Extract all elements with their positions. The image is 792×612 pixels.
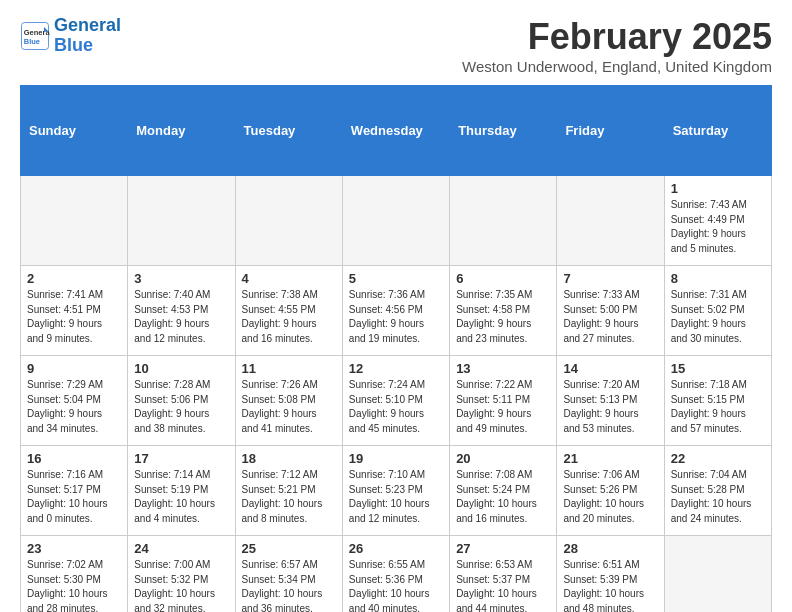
- day-info: Sunrise: 7:41 AM Sunset: 4:51 PM Dayligh…: [27, 288, 121, 346]
- day-number: 11: [242, 361, 336, 376]
- day-info: Sunrise: 6:51 AM Sunset: 5:39 PM Dayligh…: [563, 558, 657, 612]
- day-info: Sunrise: 7:04 AM Sunset: 5:28 PM Dayligh…: [671, 468, 765, 526]
- day-info: Sunrise: 7:38 AM Sunset: 4:55 PM Dayligh…: [242, 288, 336, 346]
- logo-icon: General Blue: [20, 21, 50, 51]
- calendar-cell: [235, 176, 342, 266]
- calendar-cell: 2Sunrise: 7:41 AM Sunset: 4:51 PM Daylig…: [21, 266, 128, 356]
- day-info: Sunrise: 7:20 AM Sunset: 5:13 PM Dayligh…: [563, 378, 657, 436]
- day-info: Sunrise: 7:08 AM Sunset: 5:24 PM Dayligh…: [456, 468, 550, 526]
- day-info: Sunrise: 7:18 AM Sunset: 5:15 PM Dayligh…: [671, 378, 765, 436]
- weekday-header-saturday: Saturday: [664, 86, 771, 176]
- day-number: 1: [671, 181, 765, 196]
- calendar-cell: 26Sunrise: 6:55 AM Sunset: 5:36 PM Dayli…: [342, 536, 449, 613]
- calendar-cell: 1Sunrise: 7:43 AM Sunset: 4:49 PM Daylig…: [664, 176, 771, 266]
- title-block: February 2025 Weston Underwood, England,…: [462, 16, 772, 75]
- weekday-header-thursday: Thursday: [450, 86, 557, 176]
- day-info: Sunrise: 7:24 AM Sunset: 5:10 PM Dayligh…: [349, 378, 443, 436]
- weekday-header-monday: Monday: [128, 86, 235, 176]
- day-info: Sunrise: 7:14 AM Sunset: 5:19 PM Dayligh…: [134, 468, 228, 526]
- weekday-header-friday: Friday: [557, 86, 664, 176]
- logo-wordmark: General Blue: [54, 16, 121, 56]
- calendar-cell: 27Sunrise: 6:53 AM Sunset: 5:37 PM Dayli…: [450, 536, 557, 613]
- day-number: 3: [134, 271, 228, 286]
- day-number: 27: [456, 541, 550, 556]
- day-info: Sunrise: 6:53 AM Sunset: 5:37 PM Dayligh…: [456, 558, 550, 612]
- day-number: 22: [671, 451, 765, 466]
- calendar-cell: 19Sunrise: 7:10 AM Sunset: 5:23 PM Dayli…: [342, 446, 449, 536]
- day-info: Sunrise: 7:00 AM Sunset: 5:32 PM Dayligh…: [134, 558, 228, 612]
- day-number: 13: [456, 361, 550, 376]
- day-number: 2: [27, 271, 121, 286]
- calendar-cell: 21Sunrise: 7:06 AM Sunset: 5:26 PM Dayli…: [557, 446, 664, 536]
- day-number: 28: [563, 541, 657, 556]
- calendar-cell: [21, 176, 128, 266]
- calendar-cell: 5Sunrise: 7:36 AM Sunset: 4:56 PM Daylig…: [342, 266, 449, 356]
- day-number: 6: [456, 271, 550, 286]
- svg-text:General: General: [24, 27, 50, 36]
- day-info: Sunrise: 7:02 AM Sunset: 5:30 PM Dayligh…: [27, 558, 121, 612]
- calendar-cell: 24Sunrise: 7:00 AM Sunset: 5:32 PM Dayli…: [128, 536, 235, 613]
- day-number: 24: [134, 541, 228, 556]
- calendar-cell: 13Sunrise: 7:22 AM Sunset: 5:11 PM Dayli…: [450, 356, 557, 446]
- day-number: 20: [456, 451, 550, 466]
- month-title: February 2025: [462, 16, 772, 58]
- week-row-0: 1Sunrise: 7:43 AM Sunset: 4:49 PM Daylig…: [21, 176, 772, 266]
- day-number: 8: [671, 271, 765, 286]
- day-number: 4: [242, 271, 336, 286]
- location: Weston Underwood, England, United Kingdo…: [462, 58, 772, 75]
- week-row-1: 2Sunrise: 7:41 AM Sunset: 4:51 PM Daylig…: [21, 266, 772, 356]
- calendar-cell: 18Sunrise: 7:12 AM Sunset: 5:21 PM Dayli…: [235, 446, 342, 536]
- calendar-cell: [342, 176, 449, 266]
- calendar-cell: 10Sunrise: 7:28 AM Sunset: 5:06 PM Dayli…: [128, 356, 235, 446]
- calendar-cell: [450, 176, 557, 266]
- day-info: Sunrise: 7:10 AM Sunset: 5:23 PM Dayligh…: [349, 468, 443, 526]
- svg-text:Blue: Blue: [24, 36, 40, 45]
- logo: General Blue General Blue: [20, 16, 121, 56]
- calendar-cell: [557, 176, 664, 266]
- day-number: 25: [242, 541, 336, 556]
- day-number: 10: [134, 361, 228, 376]
- calendar-cell: 28Sunrise: 6:51 AM Sunset: 5:39 PM Dayli…: [557, 536, 664, 613]
- day-number: 23: [27, 541, 121, 556]
- calendar-cell: 3Sunrise: 7:40 AM Sunset: 4:53 PM Daylig…: [128, 266, 235, 356]
- calendar-cell: 4Sunrise: 7:38 AM Sunset: 4:55 PM Daylig…: [235, 266, 342, 356]
- week-row-2: 9Sunrise: 7:29 AM Sunset: 5:04 PM Daylig…: [21, 356, 772, 446]
- weekday-header-tuesday: Tuesday: [235, 86, 342, 176]
- calendar-cell: 14Sunrise: 7:20 AM Sunset: 5:13 PM Dayli…: [557, 356, 664, 446]
- day-number: 12: [349, 361, 443, 376]
- calendar-cell: [128, 176, 235, 266]
- week-row-3: 16Sunrise: 7:16 AM Sunset: 5:17 PM Dayli…: [21, 446, 772, 536]
- calendar-table: SundayMondayTuesdayWednesdayThursdayFrid…: [20, 85, 772, 612]
- calendar-cell: 6Sunrise: 7:35 AM Sunset: 4:58 PM Daylig…: [450, 266, 557, 356]
- calendar-cell: 22Sunrise: 7:04 AM Sunset: 5:28 PM Dayli…: [664, 446, 771, 536]
- day-info: Sunrise: 7:28 AM Sunset: 5:06 PM Dayligh…: [134, 378, 228, 436]
- day-info: Sunrise: 6:57 AM Sunset: 5:34 PM Dayligh…: [242, 558, 336, 612]
- calendar-cell: 9Sunrise: 7:29 AM Sunset: 5:04 PM Daylig…: [21, 356, 128, 446]
- day-info: Sunrise: 7:16 AM Sunset: 5:17 PM Dayligh…: [27, 468, 121, 526]
- day-number: 5: [349, 271, 443, 286]
- page: General Blue General Blue February 2025 …: [0, 0, 792, 612]
- calendar-cell: 7Sunrise: 7:33 AM Sunset: 5:00 PM Daylig…: [557, 266, 664, 356]
- logo-blue: Blue: [54, 35, 93, 55]
- logo-general: General: [54, 15, 121, 35]
- calendar-cell: 23Sunrise: 7:02 AM Sunset: 5:30 PM Dayli…: [21, 536, 128, 613]
- day-number: 16: [27, 451, 121, 466]
- day-info: Sunrise: 7:22 AM Sunset: 5:11 PM Dayligh…: [456, 378, 550, 436]
- weekday-header-wednesday: Wednesday: [342, 86, 449, 176]
- day-number: 7: [563, 271, 657, 286]
- day-info: Sunrise: 7:26 AM Sunset: 5:08 PM Dayligh…: [242, 378, 336, 436]
- day-info: Sunrise: 7:36 AM Sunset: 4:56 PM Dayligh…: [349, 288, 443, 346]
- calendar-cell: 12Sunrise: 7:24 AM Sunset: 5:10 PM Dayli…: [342, 356, 449, 446]
- calendar-cell: 16Sunrise: 7:16 AM Sunset: 5:17 PM Dayli…: [21, 446, 128, 536]
- calendar-cell: 15Sunrise: 7:18 AM Sunset: 5:15 PM Dayli…: [664, 356, 771, 446]
- day-info: Sunrise: 7:43 AM Sunset: 4:49 PM Dayligh…: [671, 198, 765, 256]
- day-info: Sunrise: 7:35 AM Sunset: 4:58 PM Dayligh…: [456, 288, 550, 346]
- day-number: 17: [134, 451, 228, 466]
- calendar-cell: 11Sunrise: 7:26 AM Sunset: 5:08 PM Dayli…: [235, 356, 342, 446]
- weekday-header-sunday: Sunday: [21, 86, 128, 176]
- day-number: 15: [671, 361, 765, 376]
- day-info: Sunrise: 6:55 AM Sunset: 5:36 PM Dayligh…: [349, 558, 443, 612]
- header: General Blue General Blue February 2025 …: [20, 16, 772, 75]
- week-row-4: 23Sunrise: 7:02 AM Sunset: 5:30 PM Dayli…: [21, 536, 772, 613]
- day-number: 9: [27, 361, 121, 376]
